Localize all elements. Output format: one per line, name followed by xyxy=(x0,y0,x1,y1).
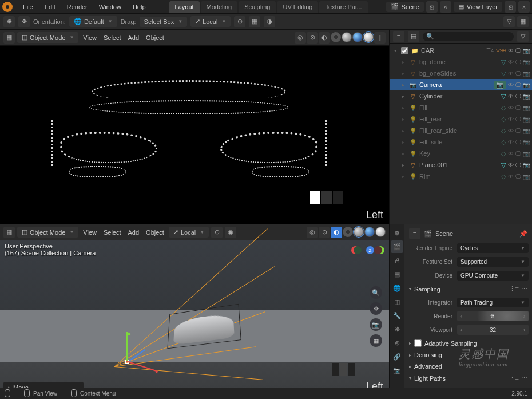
camera-icon[interactable]: 📷 xyxy=(523,162,530,168)
camera-view-icon[interactable]: 📷 xyxy=(370,318,382,331)
screen-icon[interactable]: 🖵 xyxy=(515,48,521,54)
tree-collection[interactable]: ▾ 📁 CAR ☰4 ▽99 👁🖵📷 xyxy=(390,45,532,56)
menu-object[interactable]: Object xyxy=(144,229,166,236)
show-overlay-icon[interactable]: ⊙ xyxy=(307,32,318,44)
camera-icon[interactable]: 📷 xyxy=(523,82,530,88)
tab-constraints-icon[interactable]: 🔗 xyxy=(391,350,403,363)
camera-icon[interactable]: 📷 xyxy=(523,128,530,134)
eye-icon[interactable]: 👁 xyxy=(508,82,514,88)
screen-icon[interactable]: 🖵 xyxy=(515,151,521,157)
pause-icon[interactable]: ‖ xyxy=(374,32,386,44)
camera-icon[interactable]: 📷 xyxy=(523,151,530,157)
axis-neg-icon[interactable] xyxy=(374,246,382,254)
viewlayer-new-icon[interactable]: ⎘ xyxy=(505,1,516,13)
menu-select[interactable]: Select xyxy=(101,229,124,236)
integrator-dropdown[interactable]: Path Tracing▼ xyxy=(457,298,529,307)
menu-add[interactable]: Add xyxy=(126,34,142,41)
tree-row[interactable]: ▸💡Fill◇👁🖵📷 xyxy=(390,102,532,113)
drag-dropdown[interactable]: Select Box ▼ xyxy=(140,17,188,27)
viewport-rendered[interactable]: ▦ ◫ Object Mode ▼ View Select Add Object… xyxy=(0,30,389,224)
orientation-dropdown[interactable]: 🌐 Default ▼ xyxy=(69,16,117,27)
feature-set-dropdown[interactable]: Supported▼ xyxy=(457,257,529,267)
zoom-icon[interactable]: 🔍 xyxy=(370,286,382,299)
move-tool-icon[interactable]: ✥ xyxy=(18,16,30,27)
eye-icon[interactable]: 👁 xyxy=(508,173,514,180)
menu-object[interactable]: Object xyxy=(144,34,166,41)
pan-icon[interactable]: ✥ xyxy=(370,302,382,315)
menu-view[interactable]: View xyxy=(81,34,99,41)
tab-physics-icon[interactable]: ⊚ xyxy=(391,337,403,349)
tab-sculpting[interactable]: Sculpting xyxy=(239,1,276,13)
viewlayer-delete-icon[interactable]: × xyxy=(518,1,530,13)
nav-gizmo[interactable]: Z Y X xyxy=(349,246,381,278)
tree-row[interactable]: ▸▽Plane.001▽👁🖵📷 xyxy=(390,159,532,171)
render-engine-dropdown[interactable]: Cycles▼ xyxy=(457,243,529,253)
overlays-icon[interactable]: ⊙ xyxy=(319,227,330,238)
disclosure-icon[interactable]: ▸ xyxy=(402,105,407,110)
menu-file[interactable]: File xyxy=(17,2,39,12)
screen-icon[interactable]: 🖵 xyxy=(515,82,521,88)
advanced-header[interactable]: ▸ Advanced xyxy=(408,361,529,372)
gizmo-toggle-icon[interactable]: ▦ xyxy=(249,16,260,27)
menu-select[interactable]: Select xyxy=(101,34,124,41)
editor-type-icon[interactable]: ≡ xyxy=(393,31,404,42)
tree-row[interactable]: ▸📷Camera📷👁🖵📷 xyxy=(390,79,532,90)
light-paths-header[interactable]: ▾ Light Paths ⋮≡⋯ xyxy=(408,372,529,384)
options-icon[interactable]: ⋯ xyxy=(521,374,527,382)
screen-icon[interactable]: 🖵 xyxy=(515,70,521,77)
blender-logo-icon[interactable] xyxy=(2,2,13,12)
filter-icon[interactable]: ▽ xyxy=(517,31,529,42)
xray-icon[interactable]: ◐ xyxy=(319,32,330,44)
eye-icon[interactable]: 👁 xyxy=(508,48,514,54)
tree-row[interactable]: ▸💡Fill_rear_side◇👁🖵📷 xyxy=(390,125,532,136)
shading-rendered-icon[interactable] xyxy=(375,227,386,237)
disclosure-icon[interactable]: ▸ xyxy=(402,60,407,65)
tab-texturepaint[interactable]: Texture Pai... xyxy=(319,1,367,13)
tab-world-icon[interactable]: 🌐 xyxy=(391,282,403,294)
menu-add[interactable]: Add xyxy=(126,229,142,236)
screen-icon[interactable]: 🖵 xyxy=(515,105,521,111)
eye-icon[interactable]: 👁 xyxy=(508,116,514,123)
axis-neg-icon[interactable] xyxy=(354,246,362,254)
options-icon[interactable]: ⋯ xyxy=(521,285,527,293)
tree-row[interactable]: ▸▽bg_oneSides▽👁🖵📷 xyxy=(390,68,532,79)
transform-gizmo[interactable]: ▲ ▸ xyxy=(103,338,149,384)
menu-help[interactable]: Help xyxy=(127,2,152,12)
disclosure-icon[interactable]: ▸ xyxy=(402,82,407,88)
tab-layout[interactable]: Layout xyxy=(169,1,200,13)
screen-icon[interactable]: 🖵 xyxy=(515,59,521,65)
tab-modeling[interactable]: Modeling xyxy=(201,1,238,13)
editor-type-icon[interactable]: ▦ xyxy=(3,227,15,238)
editor-type-icon[interactable]: ▦ xyxy=(3,32,15,44)
proportional-icon[interactable]: ◉ xyxy=(225,227,236,238)
camera-icon[interactable]: 📷 xyxy=(523,59,530,65)
shading-matpreview-icon[interactable] xyxy=(364,227,375,237)
shading-solid-icon[interactable] xyxy=(354,227,364,237)
disclosure-icon[interactable]: ▸ xyxy=(402,163,407,168)
pin-icon[interactable]: 📌 xyxy=(519,230,527,238)
menu-render[interactable]: Render xyxy=(61,2,93,12)
adaptive-sampling-header[interactable]: ▸ Adaptive Sampling xyxy=(408,337,529,349)
scene-dropdown[interactable]: 🎬 Scene xyxy=(386,2,424,12)
tab-scene-icon[interactable]: 🎬 xyxy=(391,240,403,253)
device-dropdown[interactable]: GPU Compute▼ xyxy=(457,271,529,281)
filter-icon[interactable]: ▽ xyxy=(503,16,515,27)
screen-icon[interactable]: 🖵 xyxy=(515,116,521,123)
tree-row[interactable]: ▸💡Fill_side◇👁🖵📷 xyxy=(390,136,532,148)
eye-icon[interactable]: 👁 xyxy=(508,59,514,65)
tab-modifiers-icon[interactable]: 🔧 xyxy=(391,309,403,322)
screen-icon[interactable]: 🖵 xyxy=(515,173,521,180)
viewport-samples-field[interactable]: 32 xyxy=(457,325,529,335)
cursor-tool-icon[interactable]: ⊕ xyxy=(3,16,15,27)
menu-edit[interactable]: Edit xyxy=(39,2,61,12)
pivot-dropdown[interactable]: ⤢ Local ▼ xyxy=(190,16,231,27)
orientation-dropdown[interactable]: ⤢ Local ▼ xyxy=(169,227,209,238)
eye-icon[interactable]: 👁 xyxy=(508,162,514,168)
sampling-header[interactable]: ▾ Sampling ⋮≡⋯ xyxy=(408,283,529,295)
camera-icon[interactable]: 📷 xyxy=(523,173,530,180)
adaptive-checkbox[interactable] xyxy=(414,339,422,347)
render-samples-field[interactable]: 5 ↔ xyxy=(457,311,529,321)
screen-icon[interactable]: 🖵 xyxy=(515,128,521,134)
denoising-header[interactable]: ▸ Denoising xyxy=(408,349,529,361)
xray-icon[interactable]: ◐ xyxy=(331,227,342,238)
